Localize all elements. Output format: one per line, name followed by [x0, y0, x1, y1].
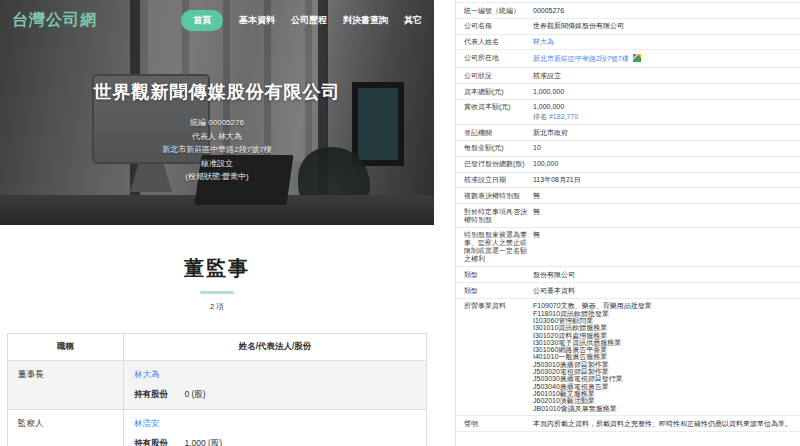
detail-label: 統一編號（統編） — [456, 7, 533, 15]
page: 台灣公司網 首頁 基本資料 公司歷程 判決書查詢 其它 世界觀新聞傳媒股份有限公… — [0, 0, 800, 446]
detail-row-price-per-share: 每股金額(元) 10 — [456, 141, 800, 157]
detail-label: 資本總額(元) — [456, 88, 533, 96]
business-item: J503010廣播節目製作業 — [533, 361, 792, 368]
hero-content: 世界觀新聞傳媒股份有限公司 統編 00005276 代表人 林大為 新北市新莊區… — [0, 80, 434, 181]
detail-label: 公司狀況 — [456, 72, 533, 80]
detail-value: 1,000,000 排名 #182,770 — [533, 103, 800, 120]
business-item: J503040廣播電視廣告業 — [533, 383, 792, 390]
detail-value: 世界觀新聞傳媒股份有限公司 — [533, 22, 800, 30]
detail-value: 100,000 — [533, 160, 800, 168]
detail-label: 每股金額(元) — [456, 144, 533, 152]
business-item: J601010藝文服務業 — [533, 390, 792, 397]
director-name-link[interactable]: 林浩安 — [134, 418, 416, 430]
detail-label: 登記機關 — [456, 129, 533, 137]
hero-section: 台灣公司網 首頁 基本資料 公司歷程 判決書查詢 其它 世界觀新聞傳媒股份有限公… — [0, 0, 434, 225]
directors-section: 董監事 2 項 — [0, 225, 434, 312]
detail-row-tax-id: 統一編號（統編） 00005276 — [456, 3, 800, 19]
site-header: 台灣公司網 首頁 基本資料 公司歷程 判決書查詢 其它 — [0, 0, 434, 31]
detail-value: 股份有限公司 — [533, 271, 800, 279]
shares-line: 持有股份 1,000 (股) — [134, 438, 416, 446]
detail-value: 無 — [533, 231, 800, 262]
detail-row-issued-shares: 已發行股份總數(股) 100,000 — [456, 157, 800, 173]
nav-item-home[interactable]: 首頁 — [181, 10, 223, 31]
site-logo[interactable]: 台灣公司網 — [12, 10, 97, 31]
address-link[interactable]: 新北市新莊區中華路2段7號7樓 — [533, 55, 629, 62]
detail-label: 聲明 — [456, 420, 533, 428]
detail-row-special-shares-restriction: 特別股股東被選為董事、監察人之禁止或限制或當選一定名額之權利 無 — [456, 228, 800, 267]
detail-label: 核准設立日期 — [456, 176, 533, 184]
nav-item-other[interactable]: 其它 — [404, 10, 422, 31]
detail-value: 113年08月21日 — [533, 176, 800, 184]
directors-count: 2 項 — [0, 302, 434, 312]
director-name-link[interactable]: 林大為 — [134, 369, 416, 381]
nav-item-basic-info[interactable]: 基本資料 — [239, 10, 275, 31]
detail-row-paid-in-capital: 實收資本額(元) 1,000,000 排名 #182,770 — [456, 100, 800, 125]
detail-label: 對於特定事項具否決權特別股 — [456, 208, 533, 224]
detail-value: 公司基本資料 — [533, 287, 800, 295]
registry-details-panel: 統一編號（統編） 00005276 公司名稱 世界觀新聞傳媒股份有限公司 代表人… — [455, 0, 800, 446]
directors-section-title: 董監事 — [0, 255, 434, 282]
detail-row-address: 公司所在地 新北市新莊區中華路2段7號7樓 — [456, 50, 800, 68]
detail-row-multiple-voting: 複數表決權特別股 無 — [456, 188, 800, 204]
panel-gap — [434, 0, 455, 446]
detail-label: 類型 — [456, 271, 533, 279]
business-item: JB01010會議及展覽服務業 — [533, 405, 792, 412]
business-item: J503020電視節目製作業 — [533, 368, 792, 375]
detail-label: 公司名稱 — [456, 22, 533, 30]
detail-row-record-type: 類型 公司基本資料 — [456, 283, 800, 299]
rank-label: 排名 — [533, 113, 547, 120]
business-item: J503030廣播電視節目發行業 — [533, 375, 792, 382]
business-item: I301010資訊軟體服務業 — [533, 324, 792, 331]
nav-item-history[interactable]: 公司歷程 — [291, 10, 327, 31]
column-header-person: 姓名/代表法人/股份 — [124, 334, 427, 361]
business-item: F118010資訊軟體批發業 — [533, 310, 792, 317]
disclaimer-text: 本頁內所載之資料，所載資料之完整性、即時性和正確性仍應以資料來源單位為準。 — [533, 420, 800, 428]
director-title: 董事長 — [18, 369, 113, 381]
detail-value: 10 — [533, 144, 800, 152]
detail-value: 無 — [533, 208, 800, 224]
hero-tax-id: 統編 00005276 — [0, 119, 434, 127]
detail-label: 所營事業資料 — [456, 302, 533, 411]
detail-row-status: 公司狀況 核准設立 — [456, 68, 800, 84]
detail-row-total-capital: 資本總額(元) 1,000,000 — [456, 84, 800, 100]
section-title-underline — [200, 291, 234, 294]
representative-link[interactable]: 林大為 — [533, 38, 554, 45]
detail-row-company-type: 類型 股份有限公司 — [456, 267, 800, 283]
detail-label: 已發行股份總數(股) — [456, 160, 533, 168]
table-row: 監察人 林浩安 持有股份 1,000 (股) — [8, 410, 427, 446]
detail-row-registry-agency: 登記機關 新北市政府 — [456, 125, 800, 141]
detail-value: 1,000,000 — [533, 88, 800, 96]
detail-label: 特別股股東被選為董事、監察人之禁止或限制或當選一定名額之權利 — [456, 231, 533, 262]
hero-tax-status: (稅籍狀態:營業中) — [0, 173, 434, 181]
shares-label: 持有股份 — [134, 389, 168, 399]
company-site-panel: 台灣公司網 首頁 基本資料 公司歷程 判決書查詢 其它 世界觀新聞傳媒股份有限公… — [0, 0, 434, 446]
shares-value: 0 (股) — [184, 389, 205, 399]
company-name-title: 世界觀新聞傳媒股份有限公司 — [0, 80, 434, 104]
business-item: F109070文教、樂器、育樂用品批發業 — [533, 302, 792, 309]
google-maps-icon[interactable] — [633, 54, 641, 64]
main-nav: 首頁 基本資料 公司歷程 判決書查詢 其它 — [181, 10, 422, 31]
detail-value: 核准設立 — [533, 72, 800, 80]
hero-status: 核准設立 — [0, 160, 434, 168]
paid-in-capital-value: 1,000,000 — [533, 103, 792, 111]
rank-link[interactable]: #182,770 — [549, 113, 578, 120]
business-item: I301030電子資訊供應服務業 — [533, 339, 792, 346]
rank-line: 排名 #182,770 — [533, 113, 792, 121]
director-title: 監察人 — [18, 418, 113, 430]
shares-line: 持有股份 0 (股) — [134, 389, 416, 401]
business-item: J602010演藝活動業 — [533, 397, 792, 404]
hero-representative: 代表人 林大為 — [0, 133, 434, 141]
nav-item-judgments[interactable]: 判決書查詢 — [343, 10, 388, 31]
column-header-title: 職稱 — [8, 334, 124, 361]
detail-label: 實收資本額(元) — [456, 103, 533, 120]
detail-label: 類型 — [456, 287, 533, 295]
detail-value: 新北市政府 — [533, 129, 800, 137]
detail-label: 複數表決權特別股 — [456, 192, 533, 200]
detail-row-veto-shares: 對於特定事項具否決權特別股 無 — [456, 204, 800, 228]
detail-value: 林大為 — [533, 38, 800, 46]
business-item: I301020資料處理服務業 — [533, 332, 792, 339]
detail-row-company-name: 公司名稱 世界觀新聞傳媒股份有限公司 — [456, 19, 800, 35]
detail-value: 00005276 — [533, 7, 800, 15]
detail-value: 新北市新莊區中華路2段7號7樓 — [533, 54, 800, 64]
detail-value: 無 — [533, 192, 800, 200]
